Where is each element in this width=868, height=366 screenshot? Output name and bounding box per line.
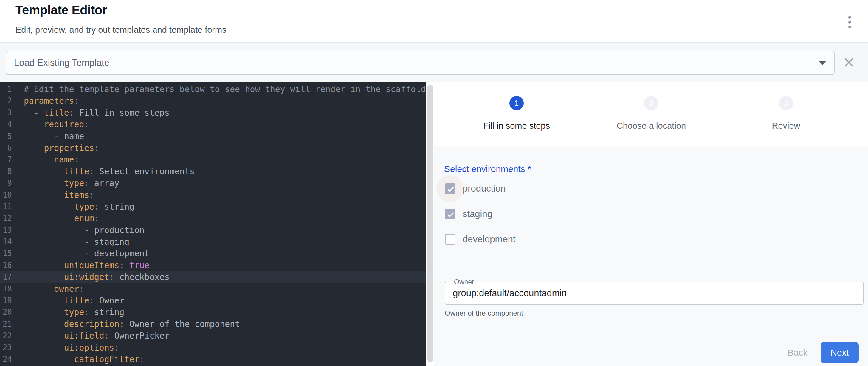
- check-icon: [446, 210, 456, 219]
- line-number: 19: [0, 295, 12, 306]
- code-line[interactable]: 15 - development: [0, 248, 426, 259]
- next-button[interactable]: Next: [820, 342, 859, 363]
- code-line[interactable]: 12 enum:: [0, 213, 426, 224]
- page-header: Template Editor Edit, preview, and try o…: [0, 0, 868, 42]
- editor-scrollbar-track: [426, 82, 434, 366]
- line-number: 22: [0, 330, 12, 341]
- code-text: ui:options:: [24, 342, 119, 354]
- code-text: - staging: [24, 236, 129, 248]
- line-number: 21: [0, 318, 12, 330]
- code-lines: 1# Edit the template parameters below to…: [0, 84, 426, 365]
- code-line[interactable]: 20 type: string: [0, 306, 426, 318]
- code-line[interactable]: 10 items:: [0, 189, 426, 201]
- line-number: 5: [0, 130, 12, 142]
- checkbox-label: staging: [463, 209, 492, 219]
- code-line[interactable]: 18 owner:: [0, 283, 426, 295]
- line-number: 24: [0, 354, 12, 365]
- code-line[interactable]: 7 name:: [0, 154, 426, 165]
- code-line[interactable]: 8 title: Select environments: [0, 166, 426, 177]
- code-line[interactable]: 14 - staging: [0, 236, 426, 248]
- clear-button[interactable]: [842, 55, 856, 69]
- template-editor-app: Template Editor Edit, preview, and try o…: [0, 0, 868, 366]
- required-marker: *: [528, 164, 531, 174]
- step-choose-a-location: 2 Choose a location: [584, 96, 719, 131]
- line-number: 17: [0, 271, 12, 283]
- load-existing-template-select[interactable]: Load Existing Template: [6, 51, 835, 75]
- owner-input[interactable]: Owner group:default/accountadmin: [445, 282, 864, 305]
- code-line[interactable]: 16 uniqueItems: true: [0, 260, 426, 271]
- step-review: 3 Review: [719, 96, 854, 131]
- code-text: ui:widget: checkboxes: [24, 271, 169, 283]
- code-line[interactable]: 6 properties:: [0, 142, 426, 154]
- page-subtitle: Edit, preview, and try out templates and…: [16, 25, 226, 35]
- back-button[interactable]: Back: [780, 342, 815, 363]
- step-1-label: Fill in some steps: [449, 121, 584, 131]
- line-number: 11: [0, 201, 12, 213]
- checkbox-label: development: [463, 234, 516, 245]
- code-line[interactable]: 23 ui:options:: [0, 342, 426, 354]
- code-text: uniqueItems: true: [24, 260, 149, 271]
- code-line[interactable]: 13 - production: [0, 224, 426, 236]
- more-options-button[interactable]: [843, 13, 856, 31]
- code-line[interactable]: 21 description: Owner of the component: [0, 318, 426, 330]
- code-line[interactable]: 4 required:: [0, 119, 426, 130]
- template-yaml-editor[interactable]: 1# Edit the template parameters below to…: [0, 82, 426, 366]
- code-text: enum:: [24, 213, 99, 224]
- code-text: parameters:: [24, 95, 79, 107]
- code-line[interactable]: 17 ui:widget: checkboxes: [0, 271, 426, 283]
- code-line[interactable]: 5 - name: [0, 130, 426, 142]
- code-text: - name: [24, 130, 84, 142]
- checkbox-label: production: [463, 183, 506, 194]
- checkbox-box: [445, 183, 456, 194]
- line-number: 10: [0, 189, 12, 201]
- editor-scrollbar-thumb[interactable]: [428, 85, 433, 362]
- line-number: 23: [0, 342, 12, 354]
- step-2-indicator: 2: [644, 96, 658, 110]
- step-3-label: Review: [719, 121, 854, 131]
- page-title: Template Editor: [16, 3, 107, 17]
- line-number: 14: [0, 236, 12, 248]
- step-1-indicator: 1: [509, 96, 524, 110]
- template-preview-pane: 1 Fill in some steps 2 Choose a location…: [434, 82, 868, 366]
- code-line[interactable]: 19 title: Owner: [0, 295, 426, 306]
- code-line[interactable]: 3 - title: Fill in some steps: [0, 107, 426, 119]
- step-3-indicator: 3: [779, 96, 793, 110]
- code-text: type: string: [24, 201, 134, 213]
- select-placeholder: Load Existing Template: [14, 51, 110, 74]
- code-line[interactable]: 2parameters:: [0, 95, 426, 107]
- code-text: type: string: [24, 306, 124, 318]
- code-line[interactable]: 24 catalogFilter:: [0, 354, 426, 365]
- line-number: 2: [0, 95, 12, 107]
- code-text: owner:: [24, 283, 84, 295]
- line-number: 20: [0, 306, 12, 318]
- clear-icon: [844, 57, 854, 67]
- code-text: properties:: [24, 142, 99, 154]
- line-number: 16: [0, 260, 12, 271]
- line-number: 7: [0, 154, 12, 165]
- owner-input-value: group:default/accountadmin: [453, 282, 567, 304]
- dropdown-caret-icon: [818, 61, 826, 65]
- code-text: name:: [24, 154, 79, 165]
- load-template-bar: Load Existing Template: [0, 42, 868, 82]
- code-text: - production: [24, 224, 145, 236]
- line-number: 6: [0, 142, 12, 154]
- step-2-label: Choose a location: [584, 121, 719, 131]
- code-line[interactable]: 9 type: array: [0, 177, 426, 189]
- code-text: ui:field: OwnerPicker: [24, 330, 169, 341]
- line-number: 13: [0, 224, 12, 236]
- code-line[interactable]: 1# Edit the template parameters below to…: [0, 84, 426, 95]
- check-icon: [446, 184, 456, 194]
- code-line[interactable]: 11 type: string: [0, 201, 426, 213]
- code-text: title: Select environments: [24, 166, 195, 177]
- environments-field-label: Select environments *: [444, 164, 531, 174]
- owner-helper-text: Owner of the component: [445, 309, 523, 317]
- code-text: # Edit the template parameters below to …: [24, 84, 426, 95]
- code-text: - title: Fill in some steps: [24, 107, 169, 119]
- code-line[interactable]: 22 ui:field: OwnerPicker: [0, 330, 426, 341]
- line-number: 8: [0, 166, 12, 177]
- line-number: 12: [0, 213, 12, 224]
- code-text: title: Owner: [24, 295, 124, 306]
- code-text: - development: [24, 248, 149, 259]
- line-number: 18: [0, 283, 12, 295]
- line-number: 4: [0, 119, 12, 130]
